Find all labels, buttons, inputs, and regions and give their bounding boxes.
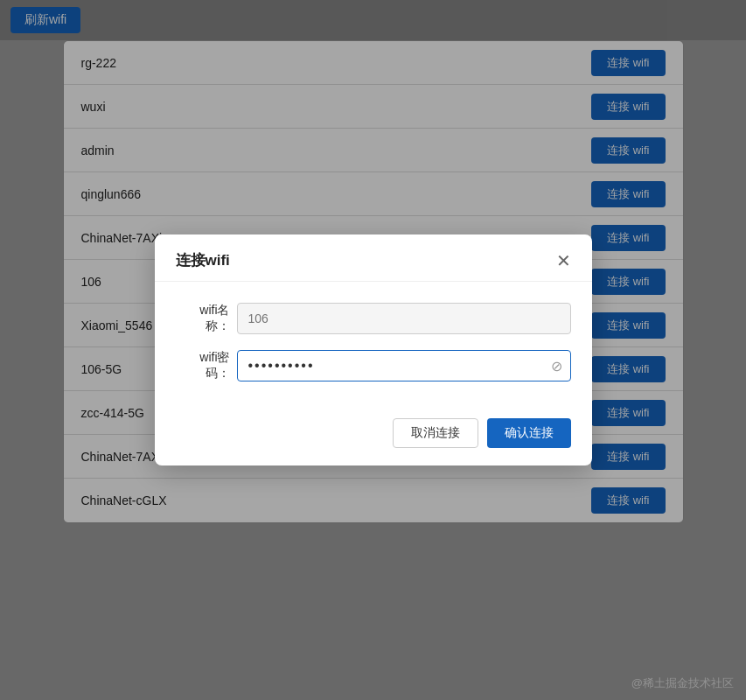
password-wrapper: ⊘ (237, 350, 571, 382)
modal-header: 连接wifi ✕ (155, 234, 592, 282)
wifi-password-input[interactable] (237, 350, 571, 382)
wifi-password-label: wifi密码： (176, 350, 237, 382)
modal-body: wifi名称： wifi密码： ⊘ (155, 282, 592, 411)
wifi-password-row: wifi密码： ⊘ (176, 350, 571, 382)
wifi-name-input[interactable] (237, 303, 571, 334)
wifi-name-label: wifi名称： (176, 303, 237, 334)
cancel-button[interactable]: 取消连接 (393, 418, 478, 448)
eye-icon[interactable]: ⊘ (551, 358, 562, 374)
page-wrapper: 刷新wifi rg-222 连接 wifi wuxi 连接 wifi admin… (0, 0, 746, 700)
modal-close-button[interactable]: ✕ (556, 252, 571, 270)
modal-title: 连接wifi (176, 250, 230, 270)
confirm-button[interactable]: 确认连接 (487, 418, 571, 448)
connect-wifi-modal: 连接wifi ✕ wifi名称： wifi密码： ⊘ 取消连接 确认 (155, 234, 592, 466)
modal-overlay: 连接wifi ✕ wifi名称： wifi密码： ⊘ 取消连接 确认 (0, 0, 746, 700)
modal-footer: 取消连接 确认连接 (155, 411, 592, 466)
wifi-name-row: wifi名称： (176, 303, 571, 334)
